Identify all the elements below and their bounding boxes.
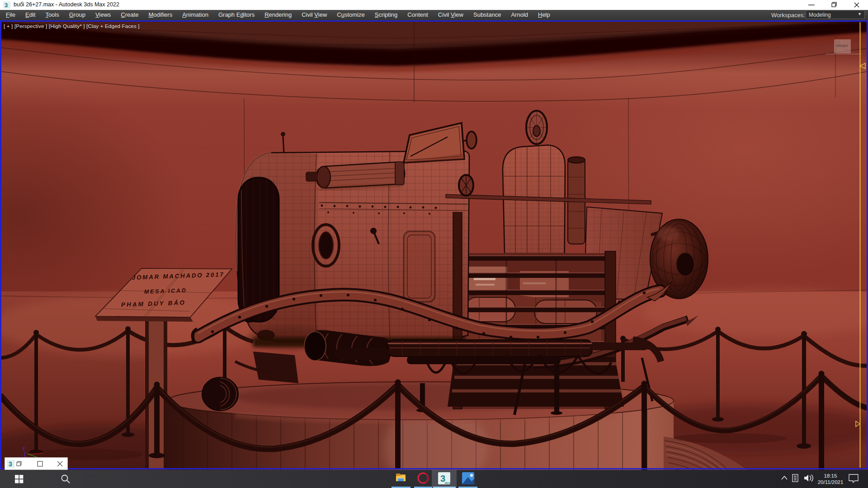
svg-text:20/11/2021: 20/11/2021 xyxy=(818,479,844,485)
svg-text:3: 3 xyxy=(9,460,12,468)
svg-text:18:15: 18:15 xyxy=(824,473,837,479)
svg-text:MAX: MAX xyxy=(445,482,451,484)
svg-text:z: z xyxy=(23,446,25,451)
svg-text:3: 3 xyxy=(5,2,8,9)
